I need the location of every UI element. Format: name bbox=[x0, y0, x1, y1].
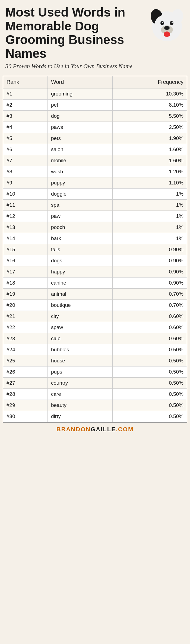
table-row: #16dogs0.90% bbox=[3, 255, 187, 266]
cell-rank: #25 bbox=[3, 355, 47, 366]
table-row: #30dirty0.50% bbox=[3, 411, 187, 422]
col-frequency: Frequency bbox=[113, 76, 187, 88]
cell-frequency: 2.50% bbox=[113, 122, 187, 133]
svg-point-6 bbox=[170, 21, 173, 25]
table-row: #6salon1.60% bbox=[3, 144, 187, 155]
cell-word: dogs bbox=[47, 255, 112, 266]
cell-frequency: 0.90% bbox=[113, 255, 187, 266]
cell-word: spaw bbox=[47, 322, 112, 333]
cell-frequency: 0.90% bbox=[113, 244, 187, 255]
cell-rank: #13 bbox=[3, 222, 47, 233]
cell-word: beauty bbox=[47, 400, 112, 411]
cell-frequency: 10.30% bbox=[113, 88, 187, 100]
footer-brand-part1: BRANDON bbox=[56, 426, 91, 433]
cell-frequency: 0.60% bbox=[113, 322, 187, 333]
cell-frequency: 1% bbox=[113, 222, 187, 233]
table-row: #17happy0.90% bbox=[3, 266, 187, 277]
cell-rank: #18 bbox=[3, 277, 47, 288]
cell-frequency: 0.70% bbox=[113, 299, 187, 311]
cell-rank: #14 bbox=[3, 233, 47, 244]
cell-word: tails bbox=[47, 244, 112, 255]
cell-frequency: 0.90% bbox=[113, 266, 187, 277]
cell-word: happy bbox=[47, 266, 112, 277]
data-table: Rank Word Frequency #1grooming10.30%#2pe… bbox=[3, 76, 187, 422]
cell-rank: #28 bbox=[3, 388, 47, 400]
table-row: #15tails0.90% bbox=[3, 244, 187, 255]
cell-rank: #20 bbox=[3, 299, 47, 311]
cell-word: care bbox=[47, 388, 112, 400]
table-row: #8wash1.20% bbox=[3, 166, 187, 177]
cell-frequency: 0.50% bbox=[113, 377, 187, 388]
cell-frequency: 1.60% bbox=[113, 155, 187, 166]
cell-rank: #6 bbox=[3, 144, 47, 155]
cell-frequency: 1% bbox=[113, 233, 187, 244]
cell-frequency: 0.60% bbox=[113, 311, 187, 322]
cell-frequency: 0.50% bbox=[113, 366, 187, 377]
cell-frequency: 5.50% bbox=[113, 110, 187, 122]
table-row: #10doggie1% bbox=[3, 188, 187, 199]
table-row: #27country0.50% bbox=[3, 377, 187, 388]
cell-rank: #7 bbox=[3, 155, 47, 166]
cell-word: country bbox=[47, 377, 112, 388]
subtitle: 30 Proven Words to Use in Your Own Busin… bbox=[5, 62, 147, 70]
cell-word: paws bbox=[47, 122, 112, 133]
cell-word: canine bbox=[47, 277, 112, 288]
cell-word: boutique bbox=[47, 299, 112, 311]
cell-rank: #19 bbox=[3, 288, 47, 299]
table-row: #5pets1.90% bbox=[3, 133, 187, 144]
svg-point-9 bbox=[164, 26, 170, 30]
cell-word: puppy bbox=[47, 177, 112, 188]
footer: BRANDONGAILLE.COM bbox=[0, 423, 190, 436]
svg-point-7 bbox=[172, 22, 173, 23]
cell-rank: #27 bbox=[3, 377, 47, 388]
cell-word: pet bbox=[47, 99, 112, 110]
cell-frequency: 0.50% bbox=[113, 388, 187, 400]
cell-rank: #24 bbox=[3, 344, 47, 355]
cell-rank: #9 bbox=[3, 177, 47, 188]
cell-word: dirty bbox=[47, 411, 112, 422]
table-row: #4paws2.50% bbox=[3, 122, 187, 133]
cell-word: mobile bbox=[47, 155, 112, 166]
cell-word: paw bbox=[47, 211, 112, 222]
table-container: Rank Word Frequency #1grooming10.30%#2pe… bbox=[3, 76, 187, 423]
cell-rank: #17 bbox=[3, 266, 47, 277]
table-header-row: Rank Word Frequency bbox=[3, 76, 187, 88]
table-row: #28care0.50% bbox=[3, 388, 187, 400]
footer-brand-part2: GAILLE bbox=[91, 426, 116, 433]
table-row: #2pet8.10% bbox=[3, 99, 187, 110]
cell-word: club bbox=[47, 333, 112, 344]
cell-word: salon bbox=[47, 144, 112, 155]
table-row: #7mobile1.60% bbox=[3, 155, 187, 166]
cell-frequency: 0.50% bbox=[113, 344, 187, 355]
header-section: Most Used Words in Memorable Dog Groomin… bbox=[0, 0, 190, 73]
cell-rank: #29 bbox=[3, 400, 47, 411]
cell-rank: #2 bbox=[3, 99, 47, 110]
cell-frequency: 0.70% bbox=[113, 288, 187, 299]
cell-frequency: 0.50% bbox=[113, 400, 187, 411]
table-row: #11spa1% bbox=[3, 199, 187, 211]
cell-frequency: 1.90% bbox=[113, 133, 187, 144]
cell-word: wash bbox=[47, 166, 112, 177]
table-row: #26pups0.50% bbox=[3, 366, 187, 377]
svg-point-4 bbox=[160, 21, 164, 25]
cell-frequency: 0.50% bbox=[113, 355, 187, 366]
table-row: #13pooch1% bbox=[3, 222, 187, 233]
cell-rank: #15 bbox=[3, 244, 47, 255]
cell-rank: #11 bbox=[3, 199, 47, 211]
cell-rank: #1 bbox=[3, 88, 47, 100]
col-rank: Rank bbox=[3, 76, 47, 88]
table-row: #29beauty0.50% bbox=[3, 400, 187, 411]
table-row: #12paw1% bbox=[3, 211, 187, 222]
table-row: #9puppy1.10% bbox=[3, 177, 187, 188]
cell-rank: #16 bbox=[3, 255, 47, 266]
table-row: #24bubbles0.50% bbox=[3, 344, 187, 355]
cell-word: pooch bbox=[47, 222, 112, 233]
cell-word: bubbles bbox=[47, 344, 112, 355]
table-row: #22spaw0.60% bbox=[3, 322, 187, 333]
cell-word: doggie bbox=[47, 188, 112, 199]
cell-frequency: 0.60% bbox=[113, 333, 187, 344]
cell-frequency: 1% bbox=[113, 199, 187, 211]
table-row: #23club0.60% bbox=[3, 333, 187, 344]
main-title: Most Used Words in Memorable Dog Groomin… bbox=[5, 5, 147, 60]
cell-rank: #10 bbox=[3, 188, 47, 199]
